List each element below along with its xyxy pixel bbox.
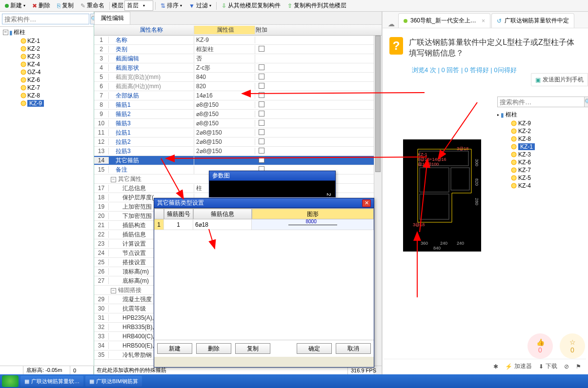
send-pic-button[interactable]: ▣发送图片到手机 <box>531 73 588 86</box>
right-tree-item-kz-1[interactable]: KZ-1 <box>497 143 582 151</box>
right-search-button[interactable]: 🔍 <box>585 97 588 107</box>
component-tree[interactable]: − ▮ 框柱 KZ-1KZ-2KZ-3KZ-4GZ-4KZ-6KZ-7KZ-8K… <box>0 27 94 379</box>
mute-icon[interactable]: ⊘ <box>564 362 569 370</box>
question-icon: ? <box>389 37 403 55</box>
dlg-new-button[interactable]: 新建 <box>157 343 192 354</box>
cad-preview: KZ-1 6@18+14@16 @10@100 3@18 3@18 840 36… <box>403 139 481 252</box>
tree-item-kz-9[interactable]: KZ-9 <box>1 99 93 107</box>
close-icon[interactable]: × <box>482 18 485 24</box>
prop-row[interactable]: 13拉筋32⌀8@150 <box>94 147 382 156</box>
delete-button[interactable]: ✖删除 <box>29 1 53 10</box>
stirrup-type-dialog: 其它箍筋类型设置 ✕ 箍筋图号 箍筋信息 图形 1 1 6⌀18 8000 新建… <box>154 198 374 368</box>
tree-item-kz-7[interactable]: KZ-7 <box>1 84 93 92</box>
checkbox[interactable] <box>259 46 264 52</box>
prop-row[interactable]: 5截面宽(B边)(mm)840 <box>94 73 382 82</box>
accelerator-button[interactable]: ⚡加速器 <box>505 362 532 370</box>
tree-item-kz-6[interactable]: KZ-6 <box>1 76 93 84</box>
checkbox[interactable] <box>259 129 264 135</box>
prop-row[interactable]: 6截面高(H边)(mm)820 <box>94 82 382 91</box>
cloud-icon[interactable]: ☁ <box>385 20 397 28</box>
bullet-icon <box>511 152 517 157</box>
prop-row[interactable]: 9箍筋2⌀8@150 <box>94 110 382 119</box>
right-search-input[interactable] <box>497 97 585 107</box>
like-button[interactable]: 👍0 <box>527 333 553 359</box>
prop-row[interactable]: 2类别框架柱 <box>94 45 382 54</box>
prop-row[interactable]: 11拉筋12⌀8@150 <box>94 128 382 137</box>
stirrup-row[interactable]: 1 1 6⌀18 8000 <box>154 219 374 230</box>
bullet-icon <box>511 175 517 181</box>
checkbox[interactable] <box>259 138 264 144</box>
dlg-delete-button[interactable]: 删除 <box>196 343 231 354</box>
right-tree-item-kz-2[interactable]: KZ-2 <box>497 127 582 135</box>
prop-row[interactable]: 12拉筋22⌀8@150 <box>94 137 382 147</box>
dlg-ok-button[interactable]: 确定 <box>297 343 332 354</box>
search-input[interactable] <box>2 14 89 24</box>
flag-icon[interactable]: ⚑ <box>576 362 581 370</box>
right-tree[interactable]: ▸▮框柱 KZ-9KZ-2KZ-8KZ-1KZ-3KZ-6KZ-7KZ-5KZ-… <box>493 109 586 191</box>
param-dialog: 参数图 筋2 <box>209 171 336 197</box>
prop-row[interactable]: 4截面形状Z-c形 <box>94 63 382 73</box>
download-button[interactable]: ⬇下载 <box>539 362 557 370</box>
right-tree-item-kz-7[interactable]: KZ-7 <box>497 166 582 174</box>
right-tree-item-kz-8[interactable]: KZ-8 <box>497 135 582 143</box>
tab-attr-edit[interactable]: 属性编辑 <box>94 12 130 24</box>
tree-item-kz-1[interactable]: KZ-1 <box>1 37 93 45</box>
right-tree-item-kz-5[interactable]: KZ-5 <box>497 174 582 182</box>
tree-item-kz-2[interactable]: KZ-2 <box>1 45 93 53</box>
new-button[interactable]: 新建▾ <box>2 1 28 10</box>
prop-row[interactable]: 10箍筋3⌀8@150 <box>94 119 382 128</box>
component-tree-pane: 🔍 − ▮ 框柱 KZ-1KZ-2KZ-3KZ-4GZ-4KZ-6KZ-7KZ-… <box>0 12 94 379</box>
right-tree-item-kz-4[interactable]: KZ-4 <box>497 182 582 190</box>
copy-button[interactable]: ⎘复制 <box>54 1 77 10</box>
right-tree-root[interactable]: ▸▮框柱 <box>497 110 582 119</box>
close-button[interactable]: ✕ <box>362 199 371 207</box>
prop-row[interactable]: 3截面编辑否 <box>94 54 382 63</box>
bullet-icon <box>511 159 517 165</box>
filter-button[interactable]: ▼过滤▾ <box>186 1 214 10</box>
prop-row[interactable]: 8箍筋1⌀8@150 <box>94 100 382 110</box>
floor-label: 楼层 <box>112 1 123 10</box>
tree-item-kz-3[interactable]: KZ-3 <box>1 53 93 60</box>
tree-item-gz-4[interactable]: GZ-4 <box>1 68 93 76</box>
checkbox[interactable] <box>259 148 264 154</box>
checkbox[interactable] <box>259 111 264 116</box>
copy-from-floor-button[interactable]: ⇩从其他楼层复制构件 <box>219 1 284 10</box>
taskbar-item[interactable]: ▦广联达BIM钢筋算 <box>85 376 142 387</box>
tree-root[interactable]: − ▮ 框柱 <box>1 28 93 37</box>
taskbar-item[interactable]: ▦广联达钢筋算量软… <box>20 376 83 387</box>
favorite-button[interactable]: ☆0 <box>560 333 585 359</box>
dlg-cancel-button[interactable]: 取消 <box>336 343 371 354</box>
right-tree-item-kz-3[interactable]: KZ-3 <box>497 151 582 158</box>
bullet-icon <box>511 167 517 173</box>
copy-to-floor-button[interactable]: ⇧复制构件到其他楼层 <box>284 1 349 10</box>
start-button[interactable] <box>2 375 19 387</box>
checkbox[interactable] <box>259 92 264 98</box>
tree-item-kz-8[interactable]: KZ-8 <box>1 92 93 99</box>
checkbox[interactable] <box>259 64 264 70</box>
right-tree-item-kz-6[interactable]: KZ-6 <box>497 158 582 166</box>
svg-rect-2 <box>420 168 449 192</box>
prop-row[interactable]: 7全部纵筋14⌀16 <box>94 91 382 100</box>
taskbar: ▦广联达钢筋算量软… ▦广联达BIM钢筋算 <box>0 374 588 388</box>
svg-rect-4 <box>420 194 449 219</box>
dlg-copy-button[interactable]: 复制 <box>235 343 270 354</box>
rename-button[interactable]: ✎重命名 <box>78 1 107 10</box>
prop-row[interactable]: 1名称KZ-9 <box>94 36 382 45</box>
collapse-icon[interactable]: − <box>3 30 8 35</box>
checkbox[interactable] <box>259 83 264 89</box>
sort-button[interactable]: ⇅排序▾ <box>158 1 185 10</box>
scrollbar[interactable] <box>374 36 382 379</box>
browser-tab-360[interactable]: 360导航_新一代安全上网导航 × <box>398 13 490 28</box>
bullet-icon <box>20 77 26 83</box>
checkbox[interactable] <box>259 101 264 107</box>
tree-item-kz-4[interactable]: KZ-4 <box>1 60 93 68</box>
right-tree-item-kz-9[interactable]: KZ-9 <box>497 119 582 127</box>
bullet-icon <box>20 93 26 98</box>
prop-row[interactable]: 14其它箍筋 <box>94 156 382 165</box>
checkbox[interactable] <box>259 157 264 163</box>
checkbox[interactable] <box>259 120 264 126</box>
checkbox[interactable] <box>259 74 264 79</box>
floor-select[interactable]: 首层▾ <box>124 0 153 11</box>
browser-tab-gld[interactable]: ↺ 广联达钢筋算量软件中定 <box>491 13 574 28</box>
ext-icon[interactable]: ✱ <box>493 362 498 370</box>
